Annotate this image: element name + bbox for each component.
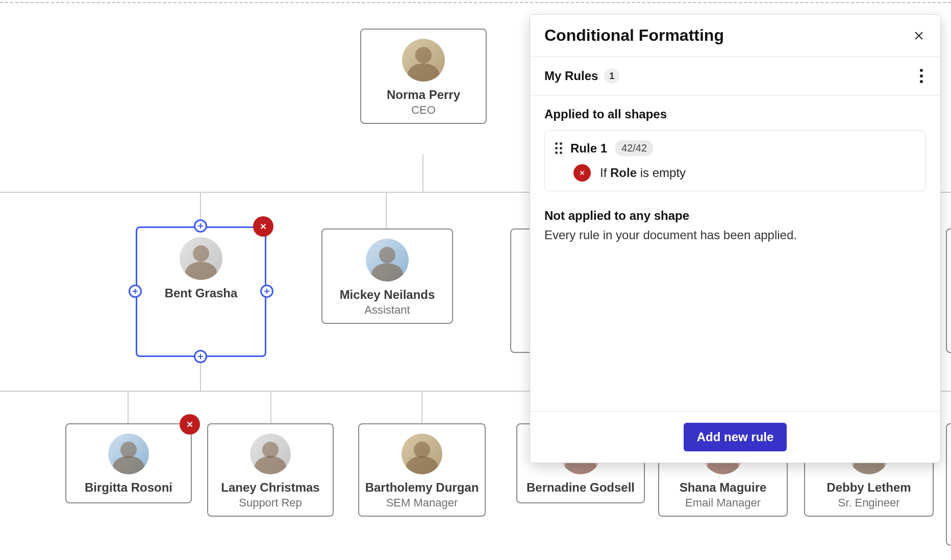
node-role: Assistant	[364, 303, 410, 317]
node-name: Shana Maguire	[680, 480, 767, 495]
panel-header: Conditional Formatting	[530, 15, 940, 57]
add-connection-handle[interactable]	[194, 219, 207, 233]
my-rules-text: My Rules	[544, 69, 598, 83]
cond-field: Role	[610, 166, 637, 180]
node-name: Laney Christmas	[221, 480, 319, 495]
rule-match-count: 42/42	[615, 140, 653, 156]
add-rule-button[interactable]: Add new rule	[684, 423, 787, 451]
org-node-partial[interactable]	[946, 423, 951, 546]
panel-subheader: My Rules 1	[530, 57, 940, 96]
rule-header-row: Rule 1 42/42	[555, 140, 915, 156]
rule-card[interactable]: Rule 1 42/42 If Role is empty	[544, 131, 926, 191]
add-connection-handle[interactable]	[260, 285, 273, 298]
node-name: Birgitta Rosoni	[85, 480, 172, 495]
org-node-bartholemy[interactable]: Bartholemy Durgan SEM Manager	[358, 423, 486, 517]
rules-count-badge: 1	[604, 68, 619, 84]
org-node-partial[interactable]	[946, 228, 951, 353]
close-button[interactable]	[912, 29, 926, 43]
cond-suffix: is empty	[637, 166, 686, 180]
connector	[386, 192, 387, 228]
node-role: Email Manager	[685, 496, 761, 510]
node-name: Mickey Neilands	[340, 288, 435, 302]
error-badge-icon[interactable]	[253, 216, 273, 237]
rule-name: Rule 1	[570, 141, 607, 156]
node-role: SEM Manager	[386, 496, 458, 510]
org-node-ceo[interactable]: Norma Perry CEO	[360, 29, 487, 124]
node-name: Bartholemy Durgan	[365, 480, 479, 495]
error-badge-icon[interactable]	[180, 414, 200, 435]
panel-body: Applied to all shapes Rule 1 42/42 If Ro…	[530, 96, 940, 411]
node-name: Bernadine Godsell	[527, 480, 635, 495]
drag-handle-icon[interactable]	[555, 142, 562, 154]
rule-condition-text: If Role is empty	[600, 166, 686, 180]
panel-footer: Add new rule	[530, 411, 940, 463]
avatar	[108, 434, 149, 474]
avatar	[366, 239, 409, 282]
panel-title: Conditional Formatting	[544, 26, 724, 45]
my-rules-label: My Rules 1	[544, 68, 619, 84]
conditional-formatting-panel: Conditional Formatting My Rules 1 Applie…	[530, 14, 941, 463]
node-role: Sr. Engineer	[838, 496, 899, 510]
org-node-laney[interactable]: Laney Christmas Support Rep	[207, 423, 334, 517]
connector	[270, 391, 271, 423]
node-name: Bent Grasha	[165, 286, 238, 301]
add-connection-handle[interactable]	[194, 350, 207, 363]
rule-condition-row: If Role is empty	[555, 164, 915, 182]
avatar	[402, 39, 445, 82]
cond-prefix: If	[600, 166, 610, 180]
avatar	[180, 237, 222, 280]
add-connection-handle[interactable]	[129, 285, 142, 298]
node-name: Debby Lethem	[827, 480, 911, 495]
not-applied-subtext: Every rule in your document has been app…	[544, 228, 926, 242]
org-node-mickey-neilands[interactable]: Mickey Neilands Assistant	[321, 228, 453, 324]
org-node-birgitta[interactable]: Birgitta Rosoni	[65, 423, 192, 503]
org-node-bent-grasha[interactable]: Bent Grasha	[136, 226, 266, 357]
avatar	[402, 434, 442, 474]
connector	[128, 391, 129, 423]
node-role: Support Rep	[239, 496, 302, 510]
connector	[421, 391, 422, 423]
applied-heading: Applied to all shapes	[544, 107, 926, 121]
node-name: Norma Perry	[387, 88, 460, 103]
more-menu-button[interactable]	[917, 66, 926, 86]
avatar	[250, 434, 291, 474]
not-applied-heading: Not applied to any shape	[544, 209, 926, 223]
node-role: CEO	[411, 104, 436, 117]
connector	[422, 154, 423, 193]
page-boundary-line	[0, 2, 951, 3]
rule-effect-icon	[573, 164, 591, 182]
